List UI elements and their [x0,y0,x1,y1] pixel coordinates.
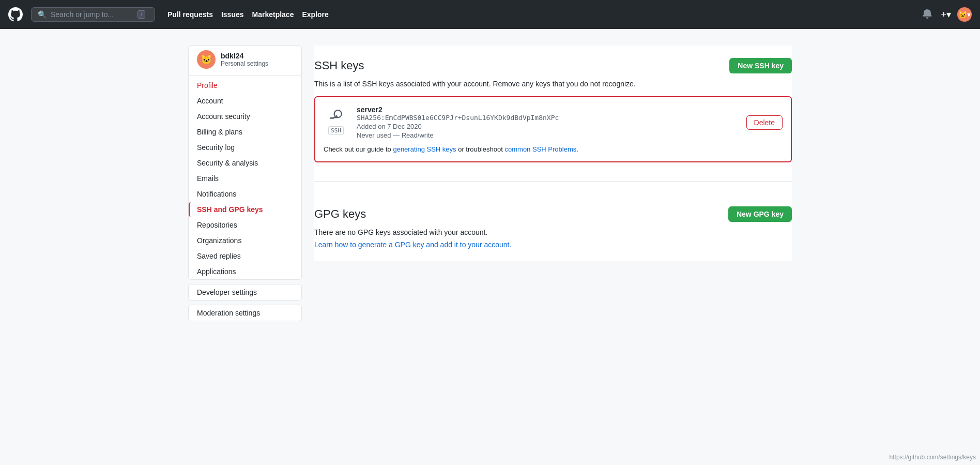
gpg-learn-link[interactable]: Learn how to generate a GPG key and add … [314,241,511,249]
ssh-key-item: SSH server2 SHA256:EmCdPWBS01e6CC9PJr+Ds… [324,106,783,139]
topnav-right: +▾ 🐱▾ [920,6,972,23]
sidebar-developer-card: Developer settings [188,284,302,301]
sidebar-username: bdkl24 [221,52,268,60]
nav-pull-requests[interactable]: Pull requests [167,10,213,19]
gpg-empty-text: There are no GPG keys associated with yo… [314,228,792,236]
ssh-guide-link1[interactable]: generating SSH keys [393,145,456,153]
ssh-key-highlighted-box: SSH server2 SHA256:EmCdPWBS01e6CC9PJr+Ds… [314,96,792,162]
search-box[interactable]: 🔍 / [31,7,155,22]
ssh-key-details: server2 SHA256:EmCdPWBS01e6CC9PJr+DsunL1… [357,106,738,139]
ssh-key-usage: Never used — Read/write [357,131,738,139]
sidebar-item-notifications[interactable]: Notifications [189,186,301,202]
nav-marketplace[interactable]: Marketplace [252,10,294,19]
gpg-section: GPG keys New GPG key There are no GPG ke… [314,194,792,261]
top-navigation: 🔍 / Pull requests Issues Marketplace Exp… [0,0,980,29]
sidebar-user-subtitle: Personal settings [221,60,268,67]
ssh-delete-button[interactable]: Delete [746,115,783,130]
search-icon: 🔍 [38,10,47,19]
search-input[interactable] [51,10,133,19]
sidebar-item-emails[interactable]: Emails [189,171,301,186]
ssh-section: SSH keys New SSH key This is a list of S… [314,46,792,182]
sidebar-item-organizations[interactable]: Organizations [189,233,301,248]
user-avatar-menu[interactable]: 🐱▾ [957,7,972,22]
ssh-key-name: server2 [357,106,738,114]
ssh-key-added: Added on 7 Dec 2020 [357,123,738,130]
sidebar-moderation-card: Moderation settings [188,305,302,321]
gpg-section-header: GPG keys New GPG key [314,206,792,222]
nav-explore[interactable]: Explore [302,10,328,19]
ssh-guide-text: Check out our guide to generating SSH ke… [324,145,783,153]
ssh-section-title: SSH keys [314,59,364,72]
nav-issues[interactable]: Issues [221,10,244,19]
plus-icon[interactable]: +▾ [939,7,953,22]
topnav-links: Pull requests Issues Marketplace Explore [167,10,329,19]
ssh-guide-middle: or troubleshoot [456,145,505,153]
sidebar-main-card: 🐱 bdkl24 Personal settings Profile Accou… [188,46,302,280]
new-ssh-key-button[interactable]: New SSH key [729,58,792,73]
sidebar-item-account-security[interactable]: Account security [189,109,301,124]
sidebar-item-saved-replies[interactable]: Saved replies [189,248,301,264]
sidebar: 🐱 bdkl24 Personal settings Profile Accou… [188,46,302,321]
main-content: SSH keys New SSH key This is a list of S… [314,46,792,261]
sidebar-item-billing[interactable]: Billing & plans [189,124,301,140]
key-icon [330,110,342,125]
ssh-section-header: SSH keys New SSH key [314,58,792,73]
ssh-guide-link2[interactable]: common SSH Problems [505,145,577,153]
sidebar-user-info: 🐱 bdkl24 Personal settings [189,46,301,76]
sidebar-avatar: 🐱 [197,50,216,69]
new-gpg-key-button[interactable]: New GPG key [728,206,792,222]
ssh-guide-suffix: . [576,145,578,153]
page-layout: 🐱 bdkl24 Personal settings Profile Accou… [180,29,800,338]
notifications-bell-icon[interactable] [920,6,935,23]
ssh-key-fingerprint: SHA256:EmCdPWBS01e6CC9PJr+DsunL16YKDk9dB… [357,114,738,122]
sidebar-item-ssh-gpg[interactable]: SSH and GPG keys [189,202,301,217]
sidebar-item-security-log[interactable]: Security log [189,140,301,155]
search-kbd: / [137,10,145,19]
sidebar-item-profile[interactable]: Profile [189,78,301,93]
sidebar-item-security-analysis[interactable]: Security & analysis [189,155,301,171]
sidebar-item-repositories[interactable]: Repositories [189,217,301,233]
ssh-key-icon-group: SSH [324,110,348,135]
ssh-section-description: This is a list of SSH keys associated wi… [314,80,792,88]
github-logo[interactable] [8,7,23,22]
ssh-guide-prefix: Check out our guide to [324,145,393,153]
sidebar-item-account[interactable]: Account [189,93,301,109]
sidebar-item-applications[interactable]: Applications [189,264,301,279]
gpg-section-title: GPG keys [314,207,366,221]
sidebar-item-developer-settings[interactable]: Developer settings [189,284,301,300]
ssh-type-label: SSH [328,126,344,135]
sidebar-item-moderation-settings[interactable]: Moderation settings [189,305,301,321]
